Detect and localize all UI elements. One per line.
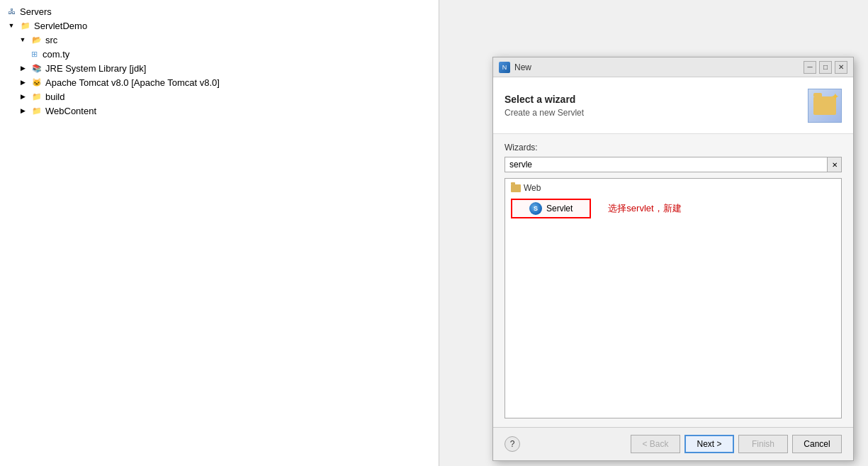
dialog-header-title: Select a wizard — [505, 94, 584, 105]
tree-item-webcontent[interactable]: ▶ 📁 WebContent — [0, 104, 439, 118]
wiz-folder-web[interactable]: Web — [505, 182, 841, 194]
new-wizard-dialog: N New ─ □ ✕ Select a wizard Create a new… — [492, 57, 854, 461]
close-button[interactable]: ✕ — [835, 61, 847, 74]
dialog-header: Select a wizard Create a new Servlet — [493, 77, 853, 134]
tree-label-comty: com.ty — [43, 49, 69, 60]
tree-item-build[interactable]: ▶ 📁 build — [0, 89, 439, 104]
next-button[interactable]: Next > — [684, 435, 734, 453]
dialog-header-subtitle: Create a new Servlet — [505, 108, 584, 118]
tomcat-icon: 🐱 — [31, 77, 43, 88]
tree-item-servers[interactable]: 🖧 Servers — [0, 4, 439, 18]
tree-label-build: build — [45, 91, 64, 102]
footer-buttons: < Back Next > Finish Cancel — [631, 435, 842, 453]
expand-icon-build: ▶ — [17, 91, 28, 102]
wizards-label: Wizards: — [505, 143, 842, 152]
folder-icon-webcontent: 📁 — [31, 105, 43, 116]
dialog-title-text: New — [514, 62, 531, 72]
package-icon-comty: ⊞ — [28, 48, 40, 60]
dialog-header-text: Select a wizard Create a new Servlet — [505, 94, 584, 118]
dialog-controls: ─ □ ✕ — [804, 61, 847, 74]
search-input[interactable] — [505, 157, 828, 172]
tree-item-tomcat[interactable]: ▶ 🐱 Apache Tomcat v8.0 [Apache Tomcat v8… — [0, 75, 439, 89]
expand-icon-src: ▼ — [17, 34, 28, 45]
expand-icon-servletdemo: ▼ — [6, 20, 17, 31]
tree-label-servers: Servers — [20, 6, 52, 17]
help-button[interactable]: ? — [505, 436, 520, 452]
tree-label-jre: JRE System Library [jdk] — [45, 63, 146, 74]
annotation-text: 选择servlet，新建 — [608, 202, 681, 215]
back-button[interactable]: < Back — [631, 435, 680, 453]
tree-item-servletdemo[interactable]: ▼ 📁 ServletDemo — [0, 18, 439, 33]
tree-label-webcontent: WebContent — [45, 106, 96, 116]
tree-item-jre[interactable]: ▶ 📚 JRE System Library [jdk] — [0, 61, 439, 75]
wizard-header-icon — [808, 89, 842, 123]
dialog-title-left: N New — [499, 62, 531, 73]
project-icon: 📁 — [20, 20, 31, 31]
tree-label-servletdemo: ServletDemo — [34, 21, 87, 31]
library-icon-jre: 📚 — [31, 62, 43, 74]
cancel-button[interactable]: Cancel — [792, 435, 842, 453]
server-icon: 🖧 — [6, 6, 17, 17]
maximize-button[interactable]: □ — [819, 61, 832, 74]
wiz-servlet-item[interactable]: Servlet — [511, 199, 591, 218]
servlet-row-wrapper: Servlet 选择servlet，新建 — [508, 197, 838, 220]
tree-label-tomcat: Apache Tomcat v8.0 [Apache Tomcat v8.0] — [45, 77, 220, 88]
expand-icon-webcontent: ▶ — [17, 105, 28, 116]
search-clear-button[interactable]: ✕ — [828, 157, 842, 172]
tree-item-src[interactable]: ▼ 📂 src — [0, 33, 439, 47]
wizard-tree[interactable]: Web Servlet 选择servlet，新建 — [505, 178, 842, 418]
servlet-icon — [529, 202, 542, 215]
folder-icon-src: 📂 — [31, 34, 43, 45]
folder-icon-build: 📁 — [31, 91, 43, 102]
tree-item-comty[interactable]: ⊞ com.ty — [0, 47, 439, 61]
web-folder-icon — [511, 184, 521, 192]
minimize-button[interactable]: ─ — [804, 61, 816, 74]
search-row: ✕ — [505, 157, 842, 172]
wiz-servlet-label: Servlet — [546, 204, 573, 213]
finish-button[interactable]: Finish — [738, 435, 788, 453]
dialog-titlebar: N New ─ □ ✕ — [493, 57, 853, 77]
dialog-body: Wizards: ✕ Web Servlet 选择servlet，新建 — [493, 134, 853, 427]
wiz-folder-web-label: Web — [524, 183, 541, 193]
expand-icon-jre: ▶ — [17, 62, 28, 74]
ide-panel: 🖧 Servers ▼ 📁 ServletDemo ▼ 📂 src ⊞ com.… — [0, 0, 439, 466]
folder-illustration — [813, 96, 836, 115]
dialog-title-icon: N — [499, 62, 510, 73]
expand-icon-tomcat: ▶ — [17, 77, 28, 88]
tree-label-src: src — [45, 35, 57, 45]
dialog-footer: ? < Back Next > Finish Cancel — [493, 427, 853, 460]
